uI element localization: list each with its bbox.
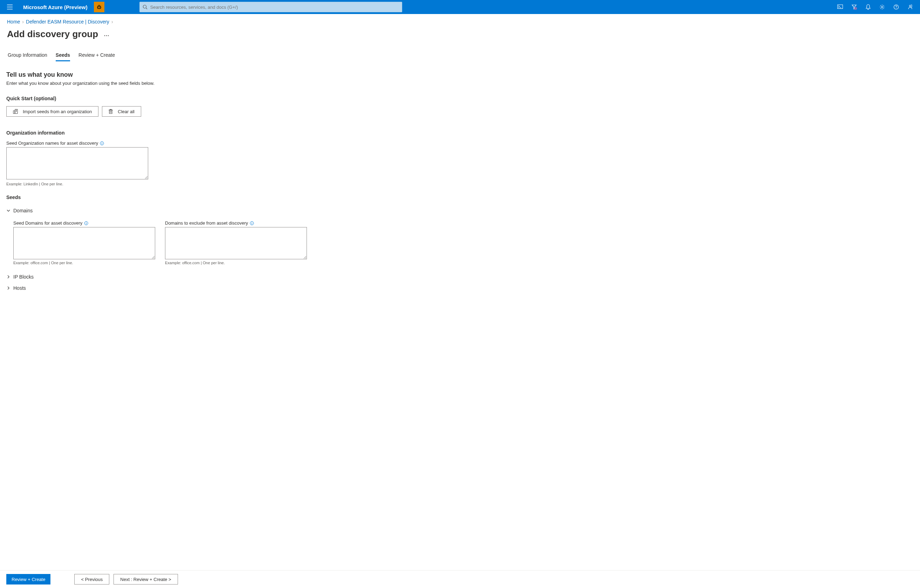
svg-line-10 bbox=[100, 8, 101, 9]
svg-line-8 bbox=[100, 6, 101, 6]
svg-line-14 bbox=[146, 8, 147, 10]
clear-all-label: Clear all bbox=[118, 109, 134, 114]
intro-desc: Enter what you know about your organizat… bbox=[6, 81, 449, 86]
svg-rect-24 bbox=[13, 111, 15, 113]
import-seeds-button[interactable]: Import seeds from an organization bbox=[6, 106, 99, 117]
seed-domains-label-text: Seed Domains for asset discovery bbox=[13, 220, 82, 226]
svg-rect-15 bbox=[838, 5, 843, 9]
exclude-domains-hint: Example: office.com | One per line. bbox=[165, 261, 307, 265]
page-title: Add discovery group … bbox=[7, 29, 913, 40]
svg-rect-29 bbox=[109, 110, 112, 113]
import-seeds-label: Import seeds from an organization bbox=[23, 109, 92, 114]
quick-start-buttons: Import seeds from an organization Clear … bbox=[6, 106, 449, 117]
exclude-domains-label-text: Domains to exclude from asset discovery bbox=[165, 220, 248, 226]
svg-point-35 bbox=[102, 142, 103, 143]
breadcrumb-home[interactable]: Home bbox=[7, 19, 20, 24]
tab-review-create[interactable]: Review + Create bbox=[78, 50, 115, 62]
search-input[interactable] bbox=[150, 4, 399, 10]
chevron-right-icon bbox=[6, 275, 11, 279]
seeds-title: Seeds bbox=[6, 194, 449, 200]
tab-seeds[interactable]: Seeds bbox=[56, 50, 70, 62]
domains-fields: Seed Domains for asset discovery Example… bbox=[6, 218, 449, 265]
org-names-label-text: Seed Organization names for asset discov… bbox=[6, 141, 98, 146]
tabs: Group Information Seeds Review + Create bbox=[0, 43, 920, 62]
feedback-icon[interactable] bbox=[903, 0, 917, 14]
cloud-shell-icon[interactable] bbox=[833, 0, 847, 14]
ip-blocks-label: IP Blocks bbox=[13, 274, 34, 280]
seed-domains-input[interactable] bbox=[13, 227, 155, 259]
intro-title: Tell us what you know bbox=[6, 71, 449, 78]
filter-icon[interactable] bbox=[847, 0, 861, 14]
ip-blocks-expander[interactable]: IP Blocks bbox=[6, 271, 449, 282]
svg-point-23 bbox=[909, 5, 911, 7]
seed-domains-hint: Example: office.com | One per line. bbox=[13, 261, 155, 265]
chevron-right-icon: › bbox=[112, 19, 113, 24]
notifications-icon[interactable] bbox=[861, 0, 875, 14]
svg-line-9 bbox=[97, 8, 98, 9]
info-icon[interactable] bbox=[99, 141, 104, 146]
search-wrap bbox=[139, 2, 826, 12]
search-box[interactable] bbox=[139, 2, 402, 12]
quick-start-title: Quick Start (optional) bbox=[6, 96, 449, 101]
page-title-text: Add discovery group bbox=[7, 29, 98, 40]
svg-line-7 bbox=[97, 6, 98, 6]
org-info-title: Organization information bbox=[6, 130, 449, 136]
info-icon[interactable] bbox=[249, 221, 254, 226]
domains-label: Domains bbox=[13, 208, 32, 214]
svg-line-11 bbox=[99, 5, 99, 6]
more-actions-button[interactable]: … bbox=[102, 30, 111, 39]
content: Tell us what you know Enter what you kno… bbox=[0, 62, 455, 329]
top-icons bbox=[833, 0, 917, 14]
tab-group-information[interactable]: Group Information bbox=[8, 50, 47, 62]
settings-icon[interactable] bbox=[875, 0, 889, 14]
svg-point-22 bbox=[896, 8, 897, 9]
info-icon[interactable] bbox=[84, 221, 89, 226]
organization-icon bbox=[13, 109, 18, 114]
hosts-expander[interactable]: Hosts bbox=[6, 282, 449, 294]
exclude-domains-label: Domains to exclude from asset discovery bbox=[165, 220, 307, 226]
domains-expander[interactable]: Domains bbox=[6, 205, 449, 216]
brand-title[interactable]: Microsoft Azure (Preview) bbox=[17, 4, 94, 10]
svg-rect-31 bbox=[110, 109, 112, 110]
search-icon bbox=[143, 5, 147, 10]
svg-point-13 bbox=[143, 5, 146, 8]
page-header: Home › Defender EASM Resource | Discover… bbox=[0, 14, 920, 43]
org-names-label: Seed Organization names for asset discov… bbox=[6, 141, 449, 146]
svg-point-41 bbox=[251, 222, 252, 222]
svg-point-20 bbox=[881, 6, 883, 8]
trash-icon bbox=[109, 109, 113, 114]
help-icon[interactable] bbox=[889, 0, 903, 14]
svg-point-38 bbox=[86, 222, 86, 222]
clear-all-button[interactable]: Clear all bbox=[102, 106, 141, 117]
svg-line-12 bbox=[99, 5, 100, 6]
hamburger-menu-button[interactable] bbox=[3, 0, 17, 14]
org-names-hint: Example: LinkedIn | One per line. bbox=[6, 182, 449, 186]
breadcrumb: Home › Defender EASM Resource | Discover… bbox=[7, 19, 913, 24]
seed-domains-label: Seed Domains for asset discovery bbox=[13, 220, 155, 226]
chevron-right-icon: › bbox=[22, 19, 24, 24]
org-names-input[interactable] bbox=[6, 147, 148, 180]
chevron-down-icon bbox=[6, 209, 11, 213]
exclude-domains-input[interactable] bbox=[165, 227, 307, 259]
bug-icon[interactable] bbox=[94, 2, 104, 12]
chevron-right-icon bbox=[6, 286, 11, 290]
top-bar: Microsoft Azure (Preview) bbox=[0, 0, 920, 14]
breadcrumb-resource[interactable]: Defender EASM Resource | Discovery bbox=[26, 19, 109, 24]
hosts-label: Hosts bbox=[13, 285, 26, 291]
